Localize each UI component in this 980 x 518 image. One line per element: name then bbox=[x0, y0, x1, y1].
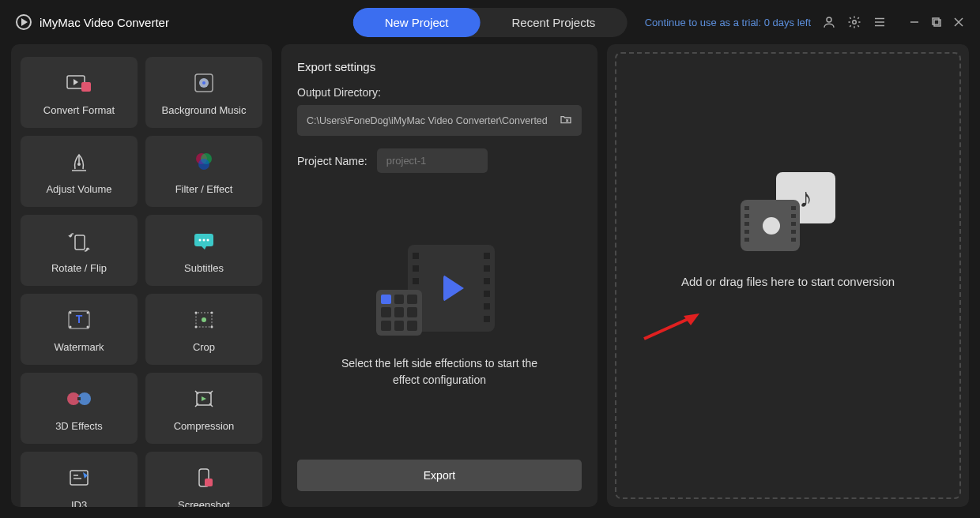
tab-recent-projects[interactable]: Recent Projects bbox=[480, 8, 627, 37]
screenshot-icon bbox=[190, 464, 217, 491]
maximize-icon[interactable] bbox=[931, 17, 942, 28]
annotation-arrow-icon bbox=[640, 311, 703, 343]
account-icon[interactable] bbox=[822, 15, 836, 29]
svg-rect-7 bbox=[934, 20, 940, 26]
tool-screenshot[interactable]: Screenshot bbox=[145, 452, 262, 507]
svg-point-28 bbox=[70, 311, 72, 313]
svg-rect-46 bbox=[205, 479, 213, 486]
tool-watermark[interactable]: TWatermark bbox=[21, 294, 138, 365]
tool-label: Screenshot bbox=[178, 499, 230, 508]
output-dir-label: Output Directory: bbox=[297, 86, 582, 99]
compression-icon bbox=[190, 385, 217, 412]
watermark-icon: T bbox=[66, 306, 92, 333]
svg-point-37 bbox=[211, 325, 213, 328]
tool-label: Adjust Volume bbox=[46, 183, 111, 195]
svg-line-47 bbox=[644, 317, 692, 339]
svg-point-33 bbox=[202, 317, 206, 322]
svg-rect-6 bbox=[933, 18, 939, 24]
tool-label: Background Music bbox=[162, 104, 247, 116]
tool-label: 3D Effects bbox=[55, 420, 103, 432]
tool-label: Compression bbox=[174, 420, 235, 432]
file-panel: ♪ Add or drag files here to start conver… bbox=[607, 44, 969, 507]
filter-effect-icon bbox=[190, 148, 217, 175]
svg-point-23 bbox=[199, 238, 202, 241]
svg-point-1 bbox=[853, 21, 857, 24]
svg-rect-21 bbox=[75, 235, 85, 250]
minimize-icon[interactable] bbox=[909, 17, 920, 28]
drop-hint: Add or drag files here to start conversi… bbox=[681, 275, 895, 288]
3d-effects-icon bbox=[66, 385, 92, 412]
browse-folder-icon[interactable] bbox=[560, 113, 572, 128]
export-button[interactable]: Export bbox=[297, 460, 582, 491]
output-path-value: C:\Users\FoneDog\iMyMac Video Converter\… bbox=[307, 115, 548, 126]
tool-label: Rotate / Flip bbox=[51, 262, 107, 274]
svg-point-0 bbox=[827, 17, 831, 22]
tool-label: ID3 bbox=[71, 499, 87, 508]
svg-point-24 bbox=[203, 238, 205, 241]
svg-point-36 bbox=[195, 325, 198, 328]
tool-label: Filter / Effect bbox=[175, 183, 233, 195]
svg-marker-48 bbox=[684, 313, 699, 325]
effect-hint: Select the left side effections to start… bbox=[329, 355, 550, 388]
rotate-flip-icon bbox=[66, 227, 92, 254]
play-logo-icon bbox=[16, 14, 32, 30]
tool-compression[interactable]: Compression bbox=[145, 373, 262, 444]
export-panel: Export settings Output Directory: C:\Use… bbox=[281, 44, 597, 507]
tool-3d-effects[interactable]: 3D Effects bbox=[21, 373, 138, 444]
tool-id3[interactable]: ID3 bbox=[21, 452, 138, 507]
trial-status[interactable]: Continue to use as a trial: 0 days left bbox=[645, 17, 811, 28]
svg-text:T: T bbox=[76, 313, 83, 325]
effect-illustration: Select the left side effections to start… bbox=[297, 173, 582, 460]
project-tabs: New Project Recent Projects bbox=[353, 8, 628, 37]
output-path-field[interactable]: C:\Users\FoneDog\iMyMac Video Converter\… bbox=[297, 105, 582, 136]
app-logo: iMyMac Video Converter bbox=[16, 14, 169, 30]
tools-sidebar: Convert FormatBackground MusicAdjust Vol… bbox=[11, 44, 272, 507]
tool-subtitles[interactable]: Subtitles bbox=[145, 215, 262, 286]
svg-rect-40 bbox=[77, 397, 81, 400]
svg-point-14 bbox=[202, 81, 205, 84]
adjust-volume-icon bbox=[66, 148, 92, 175]
tool-crop[interactable]: Crop bbox=[145, 294, 262, 365]
svg-point-25 bbox=[207, 238, 209, 241]
menu-icon[interactable] bbox=[873, 15, 887, 29]
tool-rotate-flip[interactable]: Rotate / Flip bbox=[21, 215, 138, 286]
file-drop-zone[interactable]: ♪ Add or drag files here to start conver… bbox=[615, 52, 961, 499]
svg-point-20 bbox=[198, 159, 209, 170]
close-icon[interactable] bbox=[953, 17, 964, 28]
tool-label: Subtitles bbox=[184, 262, 224, 274]
subtitles-icon bbox=[190, 227, 217, 254]
tool-label: Crop bbox=[193, 341, 215, 353]
svg-point-16 bbox=[77, 163, 81, 166]
tool-filter-effect[interactable]: Filter / Effect bbox=[145, 136, 262, 207]
background-music-icon bbox=[190, 69, 217, 96]
settings-icon[interactable] bbox=[847, 15, 861, 29]
svg-point-30 bbox=[70, 325, 72, 328]
svg-point-35 bbox=[211, 311, 213, 313]
crop-icon bbox=[190, 306, 217, 333]
tool-background-music[interactable]: Background Music bbox=[145, 57, 262, 128]
svg-point-34 bbox=[195, 311, 198, 313]
tab-new-project[interactable]: New Project bbox=[353, 8, 481, 37]
app-title: iMyMac Video Converter bbox=[40, 16, 169, 29]
tool-label: Watermark bbox=[54, 341, 104, 353]
id3-icon bbox=[66, 464, 92, 491]
svg-rect-11 bbox=[81, 82, 91, 92]
drop-illustration: ♪ bbox=[741, 172, 835, 251]
tool-adjust-volume[interactable]: Adjust Volume bbox=[21, 136, 138, 207]
project-name-input[interactable] bbox=[377, 148, 488, 173]
project-name-label: Project Name: bbox=[297, 155, 368, 167]
convert-format-icon bbox=[66, 69, 92, 96]
tool-label: Convert Format bbox=[43, 104, 115, 116]
export-title: Export settings bbox=[297, 60, 582, 73]
svg-point-29 bbox=[87, 311, 89, 313]
svg-point-31 bbox=[87, 325, 89, 328]
tool-convert-format[interactable]: Convert Format bbox=[21, 57, 138, 128]
